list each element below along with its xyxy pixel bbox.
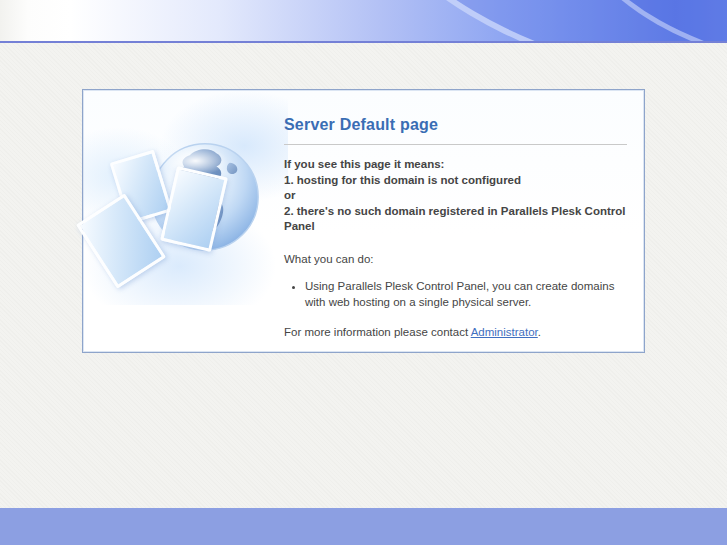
diagnosis-reason-1: 1. hosting for this domain is not config… [284, 174, 521, 186]
action-item: Using Parallels Plesk Control Panel, you… [305, 279, 627, 310]
card-content: Server Default page If you see this page… [284, 90, 644, 352]
diagnosis-block: If you see this page it means: 1. hostin… [284, 157, 627, 235]
footer-banner [0, 508, 727, 545]
actions-list: Using Parallels Plesk Control Panel, you… [284, 279, 627, 310]
title-divider [284, 144, 627, 145]
administrator-link[interactable]: Administrator [471, 326, 538, 338]
diagnosis-lead: If you see this page it means: [284, 158, 444, 170]
actions-heading: What you can do: [284, 252, 627, 268]
page-background: { "card": { "title": "Server Default pag… [0, 0, 727, 545]
diagnosis-reason-2: 2. there's no such domain registered in … [284, 205, 625, 233]
default-page-card: Server Default page If you see this page… [82, 89, 645, 353]
diagnosis-conjunction: or [284, 189, 296, 201]
page-title: Server Default page [284, 116, 627, 134]
contact-prefix: For more information please contact [284, 326, 468, 338]
globe-documents-illustration [84, 91, 288, 305]
contact-line: For more information please contact Admi… [284, 325, 627, 341]
header-banner [0, 0, 727, 43]
contact-suffix: . [538, 326, 541, 338]
